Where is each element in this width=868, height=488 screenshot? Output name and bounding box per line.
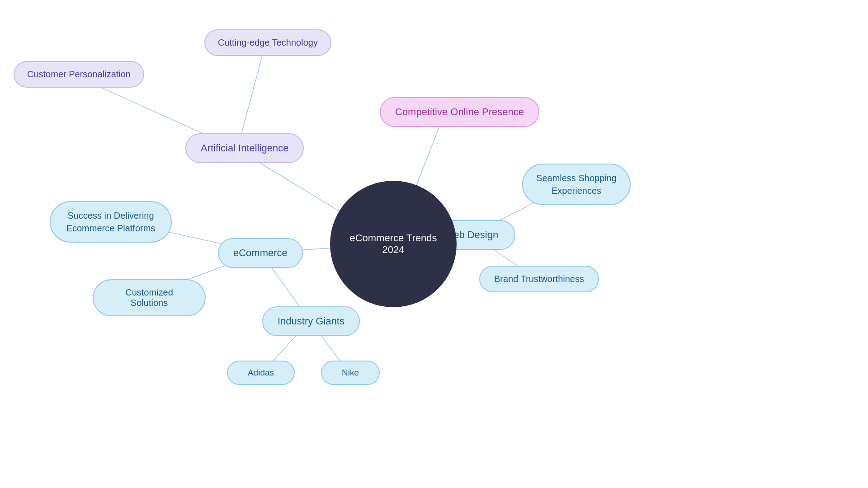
brand-trustworthiness-node[interactable]: Brand Trustworthiness <box>479 266 599 292</box>
cutting-edge-technology-node[interactable]: Cutting-edge Technology <box>204 29 331 56</box>
artificial-intelligence-node[interactable]: Artificial Intelligence <box>185 133 304 163</box>
ecommerce-node[interactable]: eCommerce <box>218 238 303 268</box>
seamless-shopping-node[interactable]: Seamless Shopping Experiences <box>522 164 631 205</box>
nike-label: Nike <box>342 368 359 378</box>
competitive-label: Competitive Online Presence <box>395 106 524 118</box>
customized-solutions-node[interactable]: Customized Solutions <box>93 279 206 316</box>
ecommerce-label: eCommerce <box>233 247 288 259</box>
industry-giants-node[interactable]: Industry Giants <box>262 306 360 336</box>
adidas-node[interactable]: Adidas <box>227 361 295 385</box>
adidas-label: Adidas <box>248 368 274 378</box>
customer-personalization-node[interactable]: Customer Personalization <box>14 61 144 88</box>
nike-node[interactable]: Nike <box>321 361 380 385</box>
customized-label: Customized Solutions <box>106 287 192 308</box>
personalization-label: Customer Personalization <box>27 69 131 80</box>
industry-label: Industry Giants <box>278 315 344 327</box>
success-delivering-node[interactable]: Success in Delivering Ecommerce Platform… <box>50 201 172 243</box>
seamless-label: Seamless Shopping Experiences <box>536 172 617 197</box>
tech-label: Cutting-edge Technology <box>218 38 318 48</box>
center-label: eCommerce Trends 2024 <box>339 232 448 256</box>
center-node: eCommerce Trends 2024 <box>330 181 457 307</box>
brand-label: Brand Trustworthiness <box>494 274 584 284</box>
ai-label: Artificial Intelligence <box>201 142 288 154</box>
success-label: Success in Delivering Ecommerce Platform… <box>63 209 158 235</box>
competitive-online-presence-node[interactable]: Competitive Online Presence <box>380 97 539 127</box>
